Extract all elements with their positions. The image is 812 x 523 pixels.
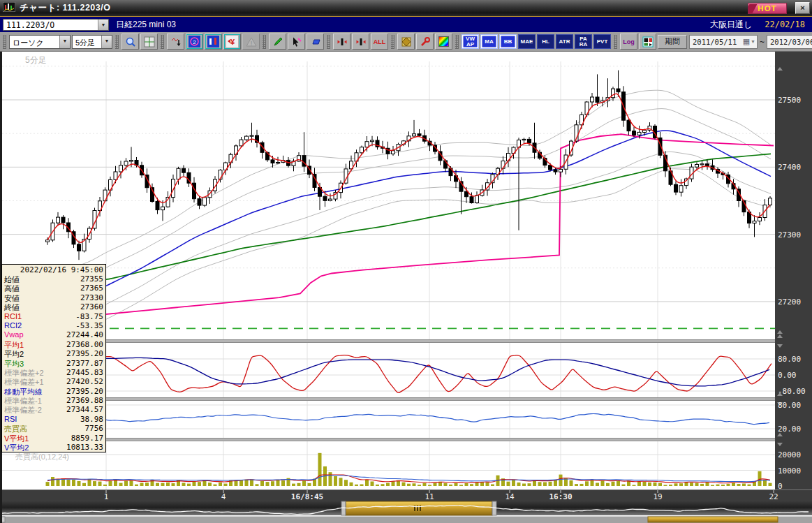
x-axis-strip bbox=[0, 489, 812, 501]
price-jump-button[interactable] bbox=[167, 34, 184, 50]
narrow-candle-icon bbox=[355, 36, 367, 47]
h-scrollbar-thumb[interactable] bbox=[648, 517, 778, 522]
svg-text:16:30: 16:30 bbox=[549, 492, 572, 501]
svg-text:14: 14 bbox=[505, 492, 515, 501]
layout-icon bbox=[642, 36, 654, 47]
tooltip-row: 平均127368.00 bbox=[2, 340, 105, 349]
indicator-bb-button[interactable]: BB bbox=[499, 34, 517, 49]
magnifier-icon bbox=[125, 36, 136, 47]
yen-order-button[interactable]: ¥ bbox=[223, 34, 241, 50]
ohlc-board-button[interactable] bbox=[205, 34, 222, 50]
zoom-button[interactable] bbox=[121, 34, 139, 50]
timeframe-watermark: 5分足 bbox=[25, 54, 47, 66]
toolbar-grip[interactable] bbox=[455, 35, 459, 49]
tooltip-row: RSI38.98 bbox=[2, 415, 105, 424]
chevron-down-icon[interactable]: ▼ bbox=[98, 20, 108, 30]
settings-button[interactable] bbox=[416, 34, 434, 50]
toolbar-grip[interactable] bbox=[614, 35, 617, 49]
svg-text:22: 22 bbox=[769, 492, 778, 501]
tooltip-row: 移動平均線27395.20 bbox=[2, 387, 105, 396]
indicator-mae-button[interactable]: MAE bbox=[518, 34, 536, 49]
indicator-atr-button[interactable]: ATR bbox=[556, 34, 573, 49]
svg-text:¥: ¥ bbox=[230, 38, 235, 46]
cursor-icon bbox=[291, 36, 302, 47]
title-bar: チャート: 111.2203/O HOT × bbox=[0, 0, 812, 17]
eraser-button[interactable] bbox=[307, 34, 324, 50]
layout-button[interactable] bbox=[639, 34, 656, 50]
close-button[interactable]: × bbox=[795, 2, 810, 14]
board-2-button[interactable]: 2 bbox=[186, 34, 203, 50]
tooltip-row: 標準偏差+227445.83 bbox=[2, 368, 105, 377]
svg-text:80.00: 80.00 bbox=[778, 401, 801, 410]
svg-text:10000: 10000 bbox=[778, 466, 801, 476]
svg-text:20.00: 20.00 bbox=[778, 425, 801, 434]
wrench-icon bbox=[420, 36, 431, 47]
widen-bars-button[interactable] bbox=[333, 34, 350, 50]
color-button[interactable] bbox=[435, 34, 452, 50]
toolbar-grip[interactable] bbox=[3, 35, 6, 49]
tooltip-datetime: 2022/02/16 9:45:00 bbox=[2, 265, 105, 274]
log-scale-button[interactable]: Log bbox=[620, 34, 637, 50]
svg-text:80.00: 80.00 bbox=[778, 355, 801, 364]
diamond-icon bbox=[401, 36, 412, 47]
narrow-bars-button[interactable] bbox=[352, 34, 369, 50]
chevron-down-icon[interactable]: ▼ bbox=[751, 39, 755, 44]
tooltip-row: RCI2-53.35 bbox=[2, 321, 105, 330]
chevron-down-icon[interactable]: ▼ bbox=[101, 36, 112, 48]
svg-text:27400: 27400 bbox=[778, 163, 801, 172]
indicator-hl-button[interactable]: HL bbox=[537, 34, 554, 49]
navigator-handle-left[interactable] bbox=[341, 501, 346, 515]
tooltip-row: 始値27355 bbox=[2, 274, 105, 283]
chart-window: チャート: 111.2203/O HOT × 111.2203/O ▼ 日経22… bbox=[0, 0, 812, 523]
navigator-selection[interactable] bbox=[346, 501, 492, 515]
toolbar-grip[interactable] bbox=[391, 35, 394, 49]
alert-button[interactable]: ! bbox=[242, 34, 260, 50]
period-button[interactable]: 期間 bbox=[658, 35, 687, 49]
svg-text:20000: 20000 bbox=[778, 450, 801, 459]
indicator-buttons: VWAPMABBMAEHLATRPARAPVT bbox=[462, 34, 611, 49]
symbol-select[interactable]: 111.2203/O ▼ bbox=[3, 19, 109, 31]
chart-type-select[interactable]: ローソク ▼ bbox=[9, 35, 71, 49]
indicator-ma-button[interactable]: MA bbox=[480, 34, 498, 49]
svg-text:19: 19 bbox=[653, 492, 662, 501]
window-title: チャート: 111.2203/O bbox=[20, 2, 110, 14]
chart-type-value: ローソク bbox=[10, 36, 59, 48]
eraser-icon bbox=[310, 36, 321, 47]
range-separator: ~ bbox=[760, 37, 765, 47]
calendar-icon: ▦ bbox=[743, 37, 750, 46]
date-from-value: 2011/05/11 bbox=[690, 38, 743, 46]
period-controls: 期間 2011/05/11 ▦ ▼ ~ 2012/03/06 ▦ ▼ ✓ bbox=[658, 35, 812, 49]
show-all-button[interactable]: ALL bbox=[371, 34, 388, 50]
session-date: 22/02/18 bbox=[765, 20, 805, 29]
svg-text:0.00: 0.00 bbox=[778, 371, 797, 380]
timeframe-select[interactable]: 5分足 ▼ bbox=[72, 35, 112, 49]
volume-panel-label: 売買高(0,12,24) bbox=[15, 452, 69, 462]
parameters-button[interactable] bbox=[397, 34, 415, 50]
hot-button[interactable]: HOT bbox=[748, 3, 787, 14]
toolbar-grip[interactable] bbox=[263, 35, 266, 49]
toolbar-grip[interactable] bbox=[327, 35, 330, 49]
svg-text:!: ! bbox=[250, 39, 252, 46]
session-info: 大阪日通し 22/02/18 bbox=[710, 19, 811, 31]
select-tool-button[interactable] bbox=[288, 34, 305, 50]
indicator-pvt-button[interactable]: PVT bbox=[593, 34, 611, 49]
toolbar-grip[interactable] bbox=[161, 35, 164, 49]
indicator-para-button[interactable]: PARA bbox=[575, 34, 592, 49]
chart-canvas: 2750027400273002720080.000.00-80.0080.00… bbox=[0, 52, 812, 523]
log-label: Log bbox=[623, 38, 635, 45]
draw-line-button[interactable] bbox=[269, 34, 286, 50]
chart-app-icon bbox=[3, 2, 15, 15]
tooltip-row: 標準偏差-227344.57 bbox=[2, 405, 105, 414]
svg-text:27200: 27200 bbox=[778, 297, 801, 307]
price-arrow-icon bbox=[170, 36, 182, 47]
date-from-field[interactable]: 2011/05/11 ▦ ▼ bbox=[689, 35, 758, 49]
date-to-field[interactable]: 2012/03/06 ▦ ▼ bbox=[767, 35, 812, 49]
indicator-vwap-button[interactable]: VWAP bbox=[462, 34, 479, 49]
svg-text:11: 11 bbox=[425, 492, 434, 501]
grid-button[interactable] bbox=[140, 34, 158, 50]
tooltip-row: 平均327377.87 bbox=[2, 359, 105, 368]
svg-text:27500: 27500 bbox=[778, 96, 801, 105]
chevron-down-icon[interactable]: ▼ bbox=[59, 36, 70, 48]
toolbar-grip[interactable] bbox=[115, 35, 119, 49]
pencil-icon bbox=[272, 36, 283, 47]
